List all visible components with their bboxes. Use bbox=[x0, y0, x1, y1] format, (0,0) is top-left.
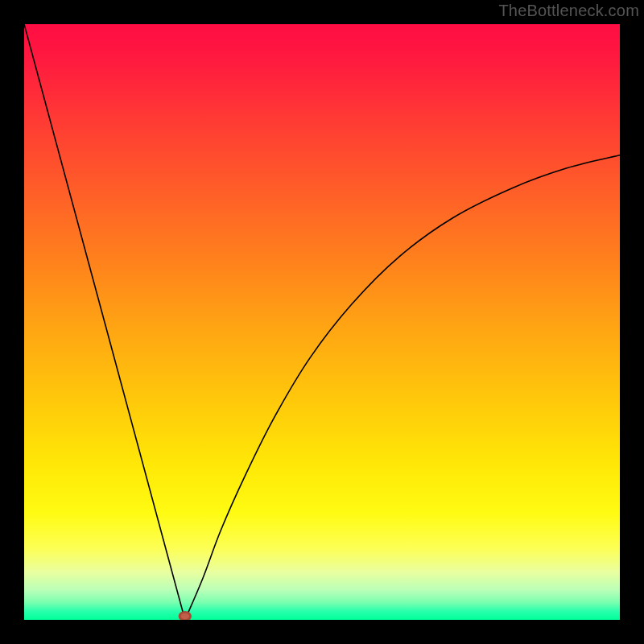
watermark-text: TheBottleneck.com bbox=[498, 2, 639, 20]
curve-svg bbox=[24, 24, 620, 620]
curve-path bbox=[24, 24, 620, 620]
chart-frame: TheBottleneck.com bbox=[0, 0, 644, 644]
vertex-marker bbox=[180, 612, 190, 620]
plot-area bbox=[24, 24, 620, 620]
